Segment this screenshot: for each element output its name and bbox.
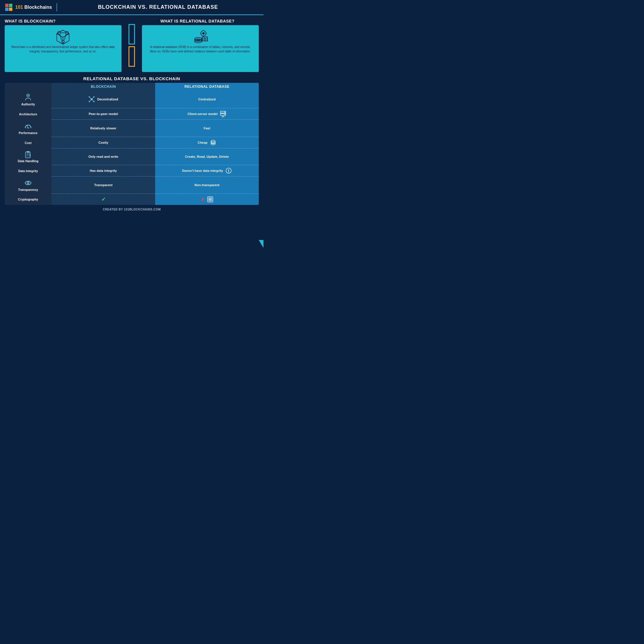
- circuit-icon: [207, 196, 213, 203]
- check-mark: ✓: [101, 196, 106, 203]
- blockchain-icon: [55, 29, 71, 45]
- svg-line-11: [60, 34, 61, 40]
- relational-architecture: Client-server model: [155, 108, 259, 120]
- relational-authority: Centralized: [155, 90, 259, 108]
- network-icon: [88, 96, 95, 102]
- blockchain-transparency: Transparent: [52, 177, 155, 194]
- label-authority: Authority: [5, 90, 52, 108]
- footer: CREATED BY 101BLOCKCHAINS.COM: [0, 206, 263, 212]
- label-performance: Performance: [5, 120, 52, 137]
- header-title: BLOCKCHAIN VS. RELATIONAL DATABASE: [57, 4, 259, 10]
- label-data-integrity: Data Integrity: [5, 165, 52, 177]
- relational-transparency: Non-transparent: [155, 177, 259, 194]
- svg-rect-72: [209, 200, 210, 201]
- relational-cryptography: ✗: [155, 194, 259, 205]
- header: 101 Blockchains BLOCKCHAIN VS. RELATIONA…: [0, 0, 263, 15]
- content-area: 101 Blockchains BLOCKCHAIN VS. RELATIONA…: [0, 0, 263, 212]
- eye-icon: [24, 179, 32, 187]
- sep-box-bottom: [129, 46, 135, 67]
- relational-performance: Fast: [155, 120, 259, 137]
- coins-icon: [210, 139, 216, 146]
- svg-point-65: [228, 172, 229, 172]
- logo-text: 101 Blockchains: [15, 5, 52, 10]
- blockchain-performance: Relatively slower: [52, 120, 155, 137]
- svg-rect-71: [210, 198, 212, 199]
- svg-point-68: [28, 183, 29, 184]
- what-is-relational-description: A relational database (RDB) is a combina…: [147, 45, 254, 54]
- what-is-blockchain-block: WHAT IS BLOCKCHAIN?: [5, 19, 127, 72]
- what-is-blockchain-card: Blockchain is a distributed and decentra…: [5, 25, 121, 72]
- relational-cost: Cheap: [155, 137, 259, 148]
- svg-rect-3: [9, 7, 12, 11]
- logo-icon: [5, 3, 13, 11]
- blockchain-authority: Decentralized: [52, 90, 155, 108]
- blockchain-architecture: Peer-to-peer model: [52, 108, 155, 120]
- blockchain-cryptography: ✓: [52, 194, 155, 205]
- speedometer-icon: [24, 122, 32, 130]
- what-is-relational-card: A relational database (RDB) is a combina…: [142, 25, 259, 72]
- what-is-blockchain-title: WHAT IS BLOCKCHAIN?: [5, 19, 127, 23]
- database-icon: [192, 29, 208, 45]
- svg-point-41: [225, 112, 225, 113]
- warning-icon: [225, 167, 232, 174]
- what-is-blockchain-description: Blockchain is a distributed and decentra…: [9, 45, 117, 54]
- svg-line-38: [92, 99, 94, 102]
- what-is-section: WHAT IS BLOCKCHAIN?: [0, 15, 263, 74]
- svg-line-37: [89, 99, 92, 102]
- svg-point-49: [211, 140, 215, 142]
- x-mark: ✗: [201, 197, 205, 202]
- server-icon: [220, 111, 226, 117]
- comparison-table: BLOCKCHAIN RELATIONAL DATABASE Authority: [5, 83, 259, 205]
- relational-data-handling: Create, Read, Update, Delete: [155, 148, 259, 165]
- comparison-title: RELATIONAL DATABASE VS. BLOCKCHAIN: [5, 76, 259, 81]
- svg-line-12: [64, 34, 66, 40]
- svg-line-36: [92, 97, 94, 99]
- comparison-section: RELATIONAL DATABASE VS. BLOCKCHAIN BLOCK…: [0, 74, 263, 206]
- svg-rect-1: [9, 4, 12, 7]
- blockchain-cost: Costly: [52, 137, 155, 148]
- blockchain-data-integrity: Has data integrity: [52, 165, 155, 177]
- what-is-relational-title: WHAT IS RELATIONAL DATABASE?: [136, 19, 259, 23]
- svg-point-29: [28, 95, 29, 96]
- svg-point-55: [211, 143, 215, 145]
- label-architecture: Architecture: [5, 108, 52, 120]
- page-wrapper: 101 Blockchains BLOCKCHAIN VS. RELATIONA…: [0, 0, 263, 263]
- col-header-relational: RELATIONAL DATABASE: [155, 83, 259, 90]
- svg-rect-0: [5, 4, 8, 7]
- svg-point-46: [28, 127, 29, 129]
- relational-data-integrity: Doesn't have data integrity: [155, 165, 259, 177]
- label-transparency: Transparency: [5, 177, 52, 194]
- footer-text: CREATED BY 101BLOCKCHAINS.COM: [103, 208, 161, 211]
- svg-rect-73: [210, 200, 212, 201]
- what-is-relational-block: WHAT IS RELATIONAL DATABASE?: [136, 19, 259, 72]
- blockchain-data-handling: Only read and write: [52, 148, 155, 165]
- logo-area: 101 Blockchains: [5, 3, 57, 11]
- col-header-blockchain: BLOCKCHAIN: [52, 83, 155, 90]
- label-cryptography: Cryptography: [5, 194, 52, 205]
- svg-line-35: [89, 97, 92, 99]
- authority-icon: [24, 93, 32, 102]
- label-cost: Cost: [5, 137, 52, 148]
- clipboard-icon: [24, 151, 32, 158]
- svg-rect-70: [209, 198, 210, 199]
- svg-point-42: [225, 114, 225, 115]
- svg-point-14: [202, 32, 205, 35]
- sep-box-top: [129, 24, 135, 44]
- svg-rect-2: [5, 7, 8, 11]
- col-header-label: [5, 83, 52, 90]
- label-data-handling: Data Handling: [5, 148, 52, 165]
- svg-rect-69: [208, 197, 213, 202]
- section-separator: [127, 19, 136, 72]
